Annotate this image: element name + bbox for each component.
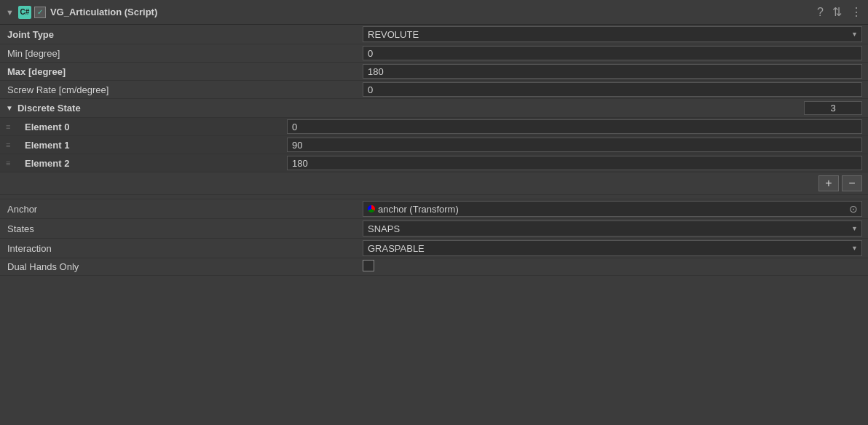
drag-handle-icon-0[interactable]: ≡	[6, 122, 19, 131]
help-icon[interactable]: ?	[817, 6, 824, 19]
dual-hands-checkbox[interactable]	[363, 260, 374, 271]
anchor-field[interactable]: anchor (Transform) ⊙	[363, 201, 862, 217]
element-label-1: Element 1	[25, 140, 287, 151]
joint-type-label: Joint Type	[6, 29, 363, 40]
discrete-state-section: ▼ Discrete State	[0, 99, 868, 118]
joint-type-row: Joint Type REVOLUTE PRISMATIC FIXED FLOA…	[0, 25, 868, 44]
dual-hands-value	[363, 260, 862, 274]
min-degree-value	[363, 46, 862, 60]
discrete-state-title: Discrete State	[17, 103, 804, 114]
max-degree-value	[363, 64, 862, 79]
array-buttons-row: + −	[0, 172, 868, 195]
anchor-field-text: anchor (Transform)	[378, 204, 459, 215]
drag-handle-icon-1[interactable]: ≡	[6, 140, 19, 149]
more-options-icon[interactable]: ⋮	[851, 5, 862, 19]
element-row-2: ≡ Element 2	[0, 154, 868, 172]
element-value-1	[287, 138, 862, 152]
element-label-0: Element 0	[25, 122, 287, 132]
interaction-select-wrapper: GRASPABLE INDEX_PUSHABLE STICKY_HAND THR…	[363, 240, 862, 256]
element-row-1: ≡ Element 1	[0, 136, 868, 154]
max-degree-input[interactable]	[363, 64, 862, 79]
dual-hands-row: Dual Hands Only	[0, 258, 868, 276]
states-select[interactable]: SNAPS CONTINUOUS CONSTRAINED	[363, 221, 862, 237]
element-value-2	[287, 156, 862, 170]
screw-rate-input[interactable]	[363, 82, 862, 97]
component-title: VG_Articulation (Script)	[50, 7, 817, 17]
interaction-row: Interaction GRASPABLE INDEX_PUSHABLE STI…	[0, 239, 868, 258]
drag-handle-icon-2[interactable]: ≡	[6, 159, 19, 167]
anchor-label: Anchor	[6, 204, 363, 215]
cs-icon: C#	[18, 6, 31, 19]
anchor-target-icon[interactable]: ⊙	[849, 203, 858, 215]
joint-type-select-wrapper: REVOLUTE PRISMATIC FIXED FLOATING PLANAR	[363, 26, 862, 42]
interaction-label: Interaction	[6, 243, 363, 254]
element-input-0[interactable]	[287, 119, 862, 134]
max-degree-row: Max [degree]	[0, 63, 868, 81]
discrete-state-chevron-icon[interactable]: ▼	[6, 104, 13, 112]
arrange-icon[interactable]: ⇅	[832, 5, 842, 19]
anchor-value: anchor (Transform) ⊙	[363, 201, 862, 217]
screw-rate-row: Screw Rate [cm/degree]	[0, 81, 868, 99]
dual-hands-label: Dual Hands Only	[6, 261, 363, 272]
inspector-body: Joint Type REVOLUTE PRISMATIC FIXED FLOA…	[0, 25, 868, 425]
remove-element-button[interactable]: −	[842, 175, 862, 191]
collapse-chevron-icon[interactable]: ▼	[6, 8, 14, 17]
joint-type-value: REVOLUTE PRISMATIC FIXED FLOATING PLANAR	[363, 26, 862, 42]
screw-rate-value	[363, 82, 862, 97]
element-label-2: Element 2	[25, 158, 287, 169]
min-degree-row: Min [degree]	[0, 44, 868, 63]
discrete-state-count[interactable]	[804, 101, 862, 115]
element-value-0	[287, 119, 862, 134]
max-degree-label: Max [degree]	[6, 66, 363, 77]
min-degree-input[interactable]	[363, 46, 862, 60]
min-degree-label: Min [degree]	[6, 48, 363, 59]
interaction-select[interactable]: GRASPABLE INDEX_PUSHABLE STICKY_HAND THR…	[363, 240, 862, 256]
header-actions: ? ⇅ ⋮	[817, 5, 862, 19]
screw-rate-label: Screw Rate [cm/degree]	[6, 84, 363, 95]
element-input-1[interactable]	[287, 138, 862, 152]
states-row: States SNAPS CONTINUOUS CONSTRAINED	[0, 219, 868, 239]
enable-checkbox[interactable]: ✓	[34, 7, 46, 18]
states-label: States	[6, 223, 363, 234]
anchor-transform-icon	[368, 205, 375, 212]
panel: ▼ C# ✓ VG_Articulation (Script) ? ⇅ ⋮ Jo…	[0, 0, 868, 425]
anchor-row: Anchor anchor (Transform) ⊙	[0, 199, 868, 219]
joint-type-select[interactable]: REVOLUTE PRISMATIC FIXED FLOATING PLANAR	[363, 26, 862, 42]
states-value: SNAPS CONTINUOUS CONSTRAINED	[363, 221, 862, 237]
element-row-0: ≡ Element 0	[0, 118, 868, 136]
add-element-button[interactable]: +	[818, 175, 839, 191]
anchor-field-wrapper: anchor (Transform) ⊙	[363, 201, 862, 217]
states-select-wrapper: SNAPS CONTINUOUS CONSTRAINED	[363, 221, 862, 237]
element-input-2[interactable]	[287, 156, 862, 170]
interaction-value: GRASPABLE INDEX_PUSHABLE STICKY_HAND THR…	[363, 240, 862, 256]
component-header: ▼ C# ✓ VG_Articulation (Script) ? ⇅ ⋮	[0, 0, 868, 25]
